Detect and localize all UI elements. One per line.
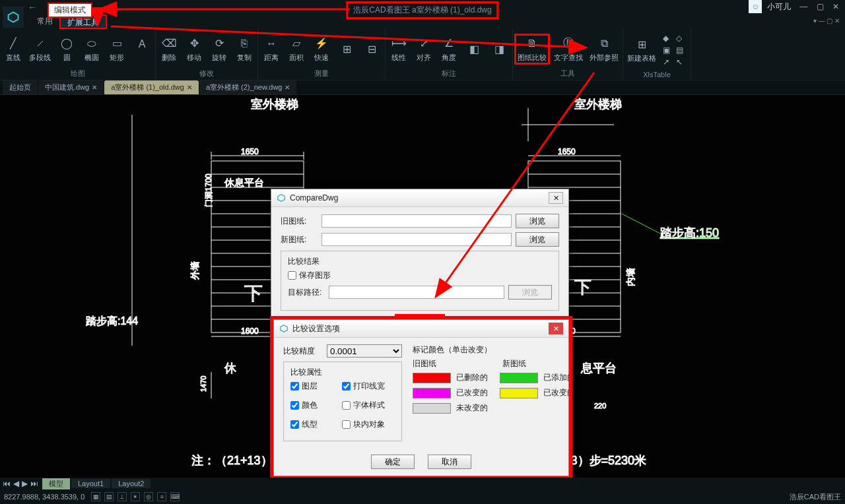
tool-linear[interactable]: ⟼线性 (387, 34, 411, 64)
tool-delete[interactable]: ⌫删除 (157, 34, 181, 64)
layout-first-icon[interactable]: ⏮ (3, 479, 11, 488)
tool-ellipse[interactable]: ⬭椭圆 (80, 34, 104, 64)
xls-icon-4[interactable]: ▤ (676, 46, 687, 55)
status-coords: 8227.9888, 3438.3539, 0 (4, 493, 84, 501)
group-label-xls: XlsTable (643, 71, 671, 80)
xls-small-tools: ◆◇ ▣▤ ↗↖ (660, 31, 689, 69)
chk-layer[interactable] (290, 382, 299, 391)
close-icon[interactable]: ✕ (187, 84, 192, 91)
layout-tab-model[interactable]: 模型 (42, 478, 70, 489)
input-new-dwg[interactable] (321, 233, 512, 246)
group-label-measure: 测量 (314, 69, 329, 80)
tool-msr-a[interactable]: ⊞ (335, 40, 358, 58)
layout-tab-2[interactable]: Layout2 (112, 479, 151, 488)
dialog-close-icon[interactable]: ✕ (549, 192, 563, 204)
minimize-button[interactable]: — (799, 2, 807, 11)
tool-copy[interactable]: ⎘复制 (232, 34, 256, 64)
tool-text[interactable]: A (130, 35, 154, 63)
chk-color[interactable] (290, 401, 299, 410)
tool-line[interactable]: ╱直线 (1, 34, 25, 64)
select-precision[interactable]: 0.0001 (327, 344, 402, 358)
ok-button[interactable]: 确定 (371, 455, 415, 469)
group-tools: 🗎图纸比较 Ⓕ文字查找 ⧉外部参照 工具 (513, 29, 623, 80)
svg-marker-58 (278, 195, 285, 202)
maximize-button[interactable]: ▢ (817, 2, 824, 11)
swatch-unchanged[interactable] (413, 403, 451, 414)
svg-marker-59 (281, 325, 288, 332)
swatch-added[interactable] (500, 373, 538, 383)
tool-move[interactable]: ✥移动 (182, 34, 206, 64)
chk-linetype[interactable] (290, 420, 299, 429)
tool-ann-a[interactable]: ◧ (462, 40, 486, 58)
xls-icon-3[interactable]: ▣ (663, 46, 673, 55)
close-button[interactable]: ✕ (832, 2, 839, 11)
tool-rotate[interactable]: ⟳旋转 (207, 34, 231, 64)
tool-dwg-compare[interactable]: 🗎图纸比较 (514, 34, 550, 65)
close-icon[interactable]: ✕ (285, 84, 290, 91)
grid-toggle[interactable]: ▤ (104, 492, 114, 501)
tool-quick[interactable]: ⚡快速 (310, 34, 333, 64)
close-icon[interactable]: ✕ (92, 84, 97, 91)
file-tab-3[interactable]: a室外楼梯 (2)_new.dwg✕ (199, 80, 297, 94)
browse-new-button[interactable]: 浏览 (516, 232, 559, 247)
swatch-changed-old[interactable] (413, 388, 451, 398)
input-old-dwg[interactable] (321, 214, 512, 228)
file-tab-1[interactable]: 中国建筑.dwg✕ (38, 80, 104, 94)
browse-old-button[interactable]: 浏览 (516, 214, 559, 228)
edit-mode-badge[interactable]: 编辑模式 (48, 3, 92, 18)
tool-find-text[interactable]: Ⓕ文字查找 (551, 34, 586, 64)
tool-polyline[interactable]: ⟋多段线 (26, 34, 53, 64)
tool-rect[interactable]: ▭矩形 (105, 34, 129, 64)
tool-distance[interactable]: ↔距离 (259, 34, 283, 64)
chk-font[interactable] (342, 401, 351, 410)
tool-area[interactable]: ▱面积 (285, 34, 308, 64)
checkbox-save-shape[interactable] (288, 271, 296, 280)
tool-xref[interactable]: ⧉外部参照 (587, 34, 621, 64)
group-label-annotate: 标注 (442, 69, 456, 80)
swatch-deleted[interactable] (413, 373, 451, 383)
polar-toggle[interactable]: ✶ (131, 492, 140, 501)
file-tab-start[interactable]: 起始页 (3, 80, 38, 94)
chk-blockinner[interactable] (342, 420, 351, 429)
xls-icon-2[interactable]: ◇ (676, 34, 687, 43)
title-center: 浩辰CAD看图王 a室外楼梯 (1)_old.dwg (346, 1, 498, 19)
snap-toggle[interactable]: ▦ (91, 492, 100, 501)
layout-next-icon[interactable]: ▶ (22, 479, 28, 488)
ortho-toggle[interactable]: ⊥ (118, 492, 127, 501)
options-cancel-button[interactable]: 取消 (428, 455, 471, 469)
tool-align[interactable]: ⤢对齐 (412, 34, 436, 64)
xls-icon-5[interactable]: ↗ (663, 57, 673, 67)
result-fieldset: 比较结果 保存图形 目标路径: 浏览 (281, 251, 559, 311)
chk-lineweight[interactable] (342, 382, 351, 391)
label-target: 目标路径: (288, 287, 325, 298)
user-avatar-icon[interactable]: ☺ (749, 0, 762, 13)
svg-line-49 (622, 214, 660, 234)
dyn-toggle[interactable]: ⌨ (170, 492, 180, 501)
xls-icon-1[interactable]: ◆ (663, 34, 673, 43)
user-name[interactable]: 小可儿 (767, 1, 791, 13)
label-old-dwg: 旧图纸: (281, 216, 318, 227)
ribbon-collapse-icon[interactable]: ▾ — ▢ ✕ (813, 17, 840, 24)
options-titlebar[interactable]: 比较设置选项 ✕ (274, 320, 568, 338)
osnap-toggle[interactable]: ◎ (144, 492, 153, 501)
swatch-changed-new[interactable] (500, 388, 538, 398)
svg-text:外墙: 外墙 (189, 261, 200, 280)
group-xlstable: ⊞新建表格 ◆◇ ▣▤ ↗↖ XlsTable (623, 29, 691, 80)
tool-angle[interactable]: ∠角度 (437, 34, 461, 64)
lw-toggle[interactable]: ≡ (157, 492, 166, 501)
dialog-titlebar[interactable]: CompareDwg ✕ (271, 189, 568, 207)
layout-tab-1[interactable]: Layout1 (71, 479, 110, 488)
app-logo[interactable] (3, 7, 24, 28)
tool-ann-b[interactable]: ◨ (487, 40, 511, 58)
file-tab-2[interactable]: a室外楼梯 (1)_old.dwg✕ (104, 80, 199, 94)
tool-new-table[interactable]: ⊞新建表格 (625, 35, 659, 65)
label-added: 已添加的 (543, 372, 583, 383)
layout-prev-icon[interactable]: ◀ (13, 479, 19, 488)
input-target[interactable] (329, 286, 504, 299)
xls-icon-6[interactable]: ↖ (676, 57, 687, 67)
back-icon[interactable]: ← (28, 2, 37, 13)
layout-last-icon[interactable]: ⏭ (30, 479, 38, 488)
options-close-icon[interactable]: ✕ (549, 323, 563, 334)
tool-msr-b[interactable]: ⊟ (360, 40, 384, 58)
tool-circle[interactable]: ◯圆 (55, 34, 79, 64)
